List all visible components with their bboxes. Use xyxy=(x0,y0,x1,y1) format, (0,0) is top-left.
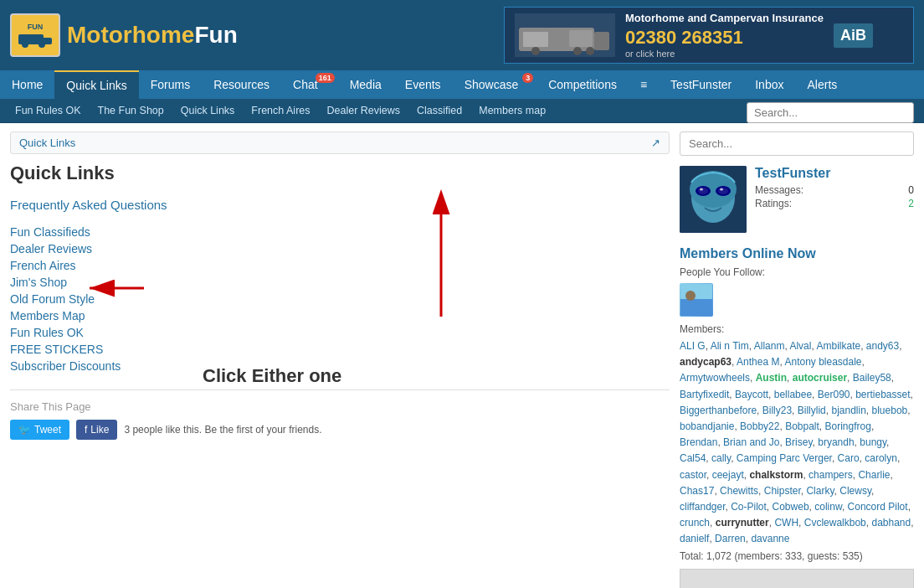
member-link[interactable]: bjandlin xyxy=(831,405,865,416)
member-link[interactable]: Baycott xyxy=(735,389,768,400)
member-link[interactable]: Boringfrog xyxy=(825,420,871,432)
list-item: Members Map xyxy=(10,309,670,322)
member-link[interactable]: Bartyfixedit xyxy=(680,389,729,400)
share-buttons: 🐦 Tweet f Like 3 people like this. Be th… xyxy=(10,420,670,440)
nav-forums[interactable]: Forums xyxy=(139,71,202,98)
french-aires-link[interactable]: French Aires xyxy=(10,259,76,272)
member-link[interactable]: Ber090 xyxy=(818,389,850,400)
breadcrumb-external-icon[interactable]: ↗ xyxy=(651,137,660,149)
member-link[interactable]: ceejayt xyxy=(712,469,744,481)
member-link[interactable]: bobandjanie xyxy=(680,420,734,432)
member-link[interactable]: cally xyxy=(711,452,731,464)
member-link[interactable]: Bailey58 xyxy=(853,372,891,384)
secondary-nav-members-map[interactable]: Members map xyxy=(470,99,554,122)
nav-testfunster[interactable]: TestFunster xyxy=(659,71,743,98)
member-link[interactable]: Co-Pilot xyxy=(731,501,767,513)
subscriber-discounts-link[interactable]: Subscriber Discounts xyxy=(10,359,121,373)
member-link[interactable]: Cvclewalkbob xyxy=(804,517,866,529)
secondary-nav-french-aires[interactable]: French Aires xyxy=(243,99,318,122)
secondary-nav-search[interactable] xyxy=(747,102,914,123)
member-link[interactable]: Alval xyxy=(789,340,811,352)
member-link[interactable]: Ali n Tim xyxy=(711,340,749,352)
member-link[interactable]: colinw xyxy=(814,501,842,513)
nav-events[interactable]: Events xyxy=(393,71,453,98)
free-stickers-link[interactable]: FREE STICKERS xyxy=(10,343,103,356)
member-link[interactable]: cliffandger xyxy=(680,501,726,513)
breadcrumb-quick-links[interactable]: Quick Links xyxy=(19,137,75,149)
member-link[interactable]: dabhand xyxy=(871,517,911,529)
member-link[interactable]: bungy xyxy=(860,436,886,448)
member-link[interactable]: champers xyxy=(808,469,853,481)
member-link[interactable]: Brendan xyxy=(680,436,717,448)
jims-shop-link[interactable]: Jim's Shop xyxy=(10,276,67,289)
member-link[interactable]: Brian and Jo xyxy=(723,436,779,448)
member-link[interactable]: davanne xyxy=(751,533,789,544)
secondary-nav-dealer-reviews[interactable]: Dealer Reviews xyxy=(319,99,409,122)
nav-quick-links[interactable]: Quick Links xyxy=(54,70,138,99)
member-link[interactable]: Billylid xyxy=(798,405,826,416)
fun-rules-ok-link[interactable]: Fun Rules OK xyxy=(10,326,84,339)
nav-media[interactable]: Media xyxy=(338,71,393,98)
member-link[interactable]: Allanm xyxy=(754,340,785,352)
nav-home[interactable]: Home xyxy=(0,71,54,98)
share-section: Share This Page 🐦 Tweet f Like 3 people … xyxy=(10,389,670,440)
nav-resources[interactable]: Resources xyxy=(202,71,281,98)
member-link[interactable]: Clewsy xyxy=(839,485,871,497)
site-logo-icon[interactable]: FUN xyxy=(10,13,60,57)
member-link[interactable]: castor xyxy=(680,469,706,481)
search-input[interactable] xyxy=(747,102,914,123)
members-map-link[interactable]: Members Map xyxy=(10,309,85,322)
member-link[interactable]: Chipster xyxy=(764,485,801,497)
old-forum-style-link[interactable]: Old Forum Style xyxy=(10,292,95,306)
member-link[interactable]: Anthea M xyxy=(737,356,779,368)
secondary-nav-quick-links[interactable]: Quick Links xyxy=(172,99,244,122)
member-link[interactable]: Antony bleasdale xyxy=(784,356,861,368)
nav-showcase[interactable]: Showcase 3 xyxy=(453,71,537,98)
facebook-like-button[interactable]: f Like xyxy=(76,420,117,440)
secondary-nav-fun-shop[interactable]: The Fun Shop xyxy=(90,99,172,122)
member-link[interactable]: Ambilkate xyxy=(816,340,860,352)
secondary-nav-fun-rules[interactable]: Fun Rules OK xyxy=(7,99,90,122)
user-name[interactable]: TestFunster xyxy=(755,166,914,181)
nav-competitions[interactable]: Competitions xyxy=(536,71,629,98)
member-link[interactable]: danielf xyxy=(680,533,709,544)
member-link[interactable]: Darren xyxy=(715,533,746,544)
tweet-button[interactable]: 🐦 Tweet xyxy=(10,420,69,440)
sidebar-search-input[interactable] xyxy=(680,132,914,156)
member-link[interactable]: Cal54 xyxy=(680,452,706,464)
sidebar-search-box[interactable] xyxy=(680,132,914,156)
dealer-reviews-link[interactable]: Dealer Reviews xyxy=(10,242,92,255)
member-link[interactable]: Concord Pilot xyxy=(848,501,908,513)
member-link[interactable]: Camping Parc Verger xyxy=(737,452,832,464)
fun-classifieds-link[interactable]: Fun Classifieds xyxy=(10,225,90,239)
member-link[interactable]: Chas17 xyxy=(680,485,714,497)
nav-alerts[interactable]: Alerts xyxy=(795,71,849,98)
member-link[interactable]: Cobweb xyxy=(773,501,809,513)
member-link[interactable]: Chewitts xyxy=(720,485,758,497)
nav-chat[interactable]: Chat 161 xyxy=(281,71,338,98)
member-link[interactable]: Brisey xyxy=(785,436,812,448)
member-link[interactable]: Billy23 xyxy=(762,405,792,416)
member-link[interactable]: Clarky xyxy=(806,485,834,497)
nav-menu[interactable]: ≡ xyxy=(629,71,659,98)
member-link[interactable]: Bobpalt xyxy=(785,420,819,432)
faq-link[interactable]: Frequently Asked Questions xyxy=(10,198,167,212)
member-link[interactable]: bryandh xyxy=(818,436,854,448)
member-link[interactable]: Charlie xyxy=(858,469,890,481)
member-link[interactable]: Biggerthanbefore xyxy=(680,405,757,416)
nav-inbox[interactable]: Inbox xyxy=(743,71,795,98)
member-link[interactable]: bluebob xyxy=(872,405,908,416)
member-link[interactable]: Bobby22 xyxy=(740,420,779,432)
member-link[interactable]: CWH xyxy=(774,517,798,529)
member-link[interactable]: bertiebasset xyxy=(855,389,910,400)
member-link[interactable]: carolyn xyxy=(865,452,897,464)
banner-ad[interactable]: Motorhome and Campervan Insurance 02380 … xyxy=(504,7,914,64)
member-link[interactable]: Caro xyxy=(838,452,860,464)
bottom-ad[interactable]: Advertisement xyxy=(680,569,914,588)
secondary-nav-classified[interactable]: Classified xyxy=(408,99,470,122)
member-link[interactable]: crunch xyxy=(680,517,710,529)
member-link[interactable]: Armytwowheels xyxy=(680,372,750,384)
member-link[interactable]: andy63 xyxy=(866,340,899,352)
member-link[interactable]: ALI G xyxy=(680,340,706,352)
member-link[interactable]: bellabee xyxy=(774,389,812,400)
